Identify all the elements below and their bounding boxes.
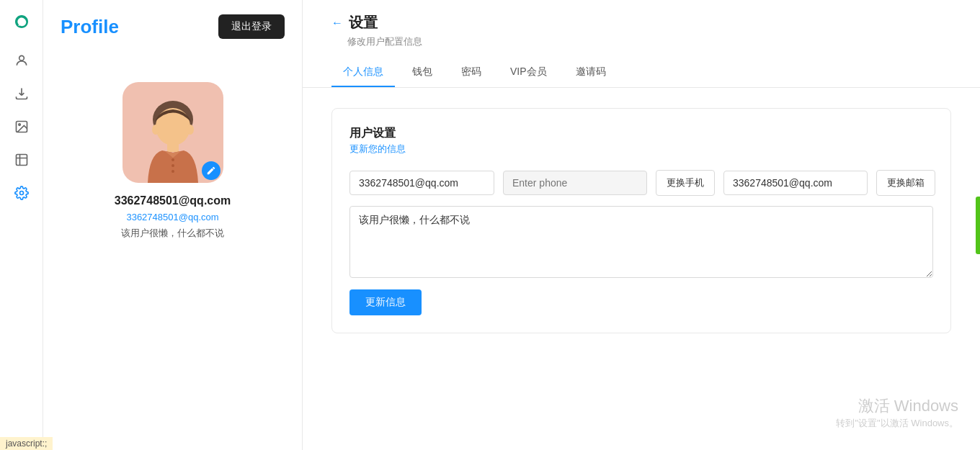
change-email-button[interactable]: 更换邮箱	[876, 170, 935, 196]
svg-point-11	[187, 125, 194, 135]
user-email-main: 3362748501@qq.com	[115, 194, 231, 207]
plugin-icon[interactable]	[12, 150, 32, 170]
green-bar	[976, 197, 980, 254]
logout-button[interactable]: 退出登录	[218, 14, 285, 39]
bio-textarea[interactable]: 该用户很懒，什么都不说	[349, 206, 933, 278]
settings-card-subtitle: 更新您的信息	[349, 143, 933, 156]
svg-point-0	[19, 55, 24, 60]
settings-card: 用户设置 更新您的信息 更换手机 更换邮箱 该用户很懒，什么都不说 更新信息	[331, 108, 951, 333]
user-profile-icon[interactable]	[12, 50, 32, 71]
tab-personal[interactable]: 个人信息	[331, 58, 395, 87]
svg-point-7	[172, 158, 174, 161]
download-icon[interactable]	[12, 84, 32, 104]
update-button[interactable]: 更新信息	[349, 289, 422, 315]
tab-vip[interactable]: VIP会员	[499, 58, 558, 87]
tab-wallet[interactable]: 钱包	[401, 58, 444, 87]
tab-password[interactable]: 密码	[450, 58, 493, 87]
email-input[interactable]	[349, 171, 494, 195]
svg-point-3	[19, 192, 23, 195]
avatar-wrapper	[122, 82, 223, 183]
page-title: 设置	[349, 13, 378, 32]
phone-input[interactable]	[503, 171, 647, 195]
sidebar: Profile 退出登录	[43, 0, 303, 450]
status-bar: javascript:;	[0, 437, 53, 450]
image-icon[interactable]	[12, 117, 32, 137]
svg-point-10	[152, 125, 159, 135]
main-content: ← 设置 修改用户配置信息 个人信息 钱包 密码 VIP会员 邀请码 用户设置 …	[303, 0, 980, 450]
change-phone-button[interactable]: 更换手机	[656, 170, 715, 196]
page-header-top: ← 设置	[331, 13, 951, 32]
content-area: 用户设置 更新您的信息 更换手机 更换邮箱 该用户很懒，什么都不说 更新信息	[303, 88, 980, 354]
status-text: javascript:;	[6, 438, 47, 449]
settings-card-title: 用户设置	[349, 126, 933, 141]
svg-rect-6	[167, 143, 179, 152]
svg-point-9	[172, 170, 174, 173]
form-row-1: 更换手机 更换邮箱	[349, 170, 933, 196]
icon-rail	[0, 0, 43, 450]
page-header: ← 设置 修改用户配置信息 个人信息 钱包 密码 VIP会员 邀请码	[303, 0, 980, 88]
user-email-sub: 3362748501@qq.com	[126, 212, 218, 222]
svg-point-8	[172, 164, 174, 167]
change-email-input[interactable]	[723, 171, 868, 195]
logo-icon[interactable]	[10, 10, 33, 33]
sidebar-header: Profile 退出登录	[61, 14, 285, 39]
svg-point-2	[18, 124, 19, 126]
user-bio: 该用户很懒，什么都不说	[121, 227, 224, 240]
tabs: 个人信息 钱包 密码 VIP会员 邀请码	[331, 58, 951, 87]
avatar-edit-button[interactable]	[202, 161, 220, 180]
page-subtitle: 修改用户配置信息	[331, 35, 951, 48]
back-button[interactable]: ←	[331, 17, 343, 30]
settings-nav-icon[interactable]	[12, 183, 32, 203]
tab-invite[interactable]: 邀请码	[564, 58, 618, 87]
sidebar-title: Profile	[61, 16, 119, 38]
